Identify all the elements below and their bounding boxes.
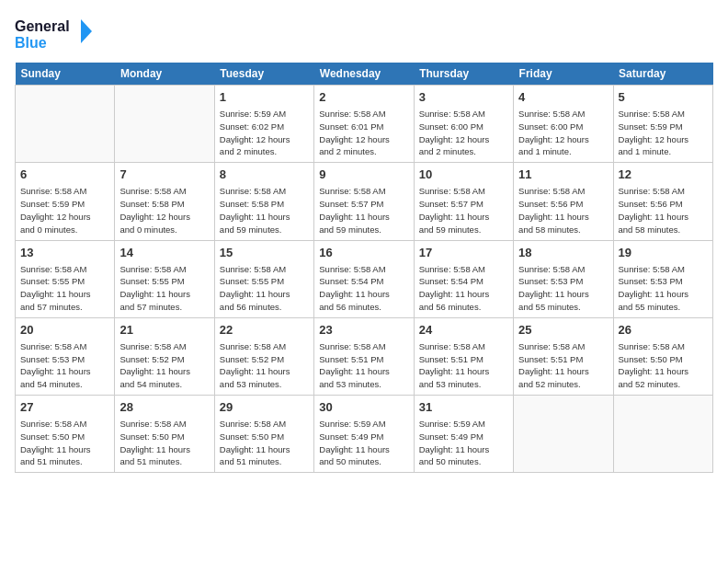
calendar-cell: 2Sunrise: 5:58 AM Sunset: 6:01 PM Daylig… [314,86,414,163]
weekday-header-monday: Monday [115,63,214,86]
calendar-cell: 19Sunrise: 5:58 AM Sunset: 5:53 PM Dayli… [613,240,712,317]
day-number: 31 [419,399,508,416]
calendar-cell: 22Sunrise: 5:58 AM Sunset: 5:52 PM Dayli… [214,317,313,395]
calendar-cell: 21Sunrise: 5:58 AM Sunset: 5:52 PM Dayli… [115,317,214,395]
weekday-header-thursday: Thursday [414,63,513,86]
day-info: Sunrise: 5:58 AM Sunset: 5:59 PM Dayligh… [20,185,109,236]
day-info: Sunrise: 5:58 AM Sunset: 5:51 PM Dayligh… [319,340,408,391]
calendar-cell: 28Sunrise: 5:58 AM Sunset: 5:50 PM Dayli… [115,396,214,473]
day-number: 26 [619,322,708,339]
day-info: Sunrise: 5:58 AM Sunset: 5:51 PM Dayligh… [518,340,608,391]
day-number: 20 [20,322,109,339]
calendar-week-row: 27Sunrise: 5:58 AM Sunset: 5:50 PM Dayli… [16,396,713,473]
logo: GeneralBlue [15,15,97,52]
weekday-header-friday: Friday [514,63,613,86]
day-number: 13 [20,245,109,261]
calendar-cell: 25Sunrise: 5:58 AM Sunset: 5:51 PM Dayli… [514,317,613,395]
day-number: 27 [20,399,109,416]
weekday-header-sunday: Sunday [16,63,115,86]
day-info: Sunrise: 5:58 AM Sunset: 5:52 PM Dayligh… [220,340,309,391]
weekday-header-saturday: Saturday [613,63,712,86]
weekday-header-row: SundayMondayTuesdayWednesdayThursdayFrid… [16,63,713,86]
calendar-cell: 13Sunrise: 5:58 AM Sunset: 5:55 PM Dayli… [16,240,115,317]
calendar-cell [613,396,712,473]
weekday-header-tuesday: Tuesday [214,63,313,86]
calendar-cell: 7Sunrise: 5:58 AM Sunset: 5:58 PM Daylig… [115,163,214,240]
day-info: Sunrise: 5:58 AM Sunset: 5:50 PM Dayligh… [619,340,708,391]
calendar-cell: 27Sunrise: 5:58 AM Sunset: 5:50 PM Dayli… [16,396,115,473]
day-info: Sunrise: 5:59 AM Sunset: 5:49 PM Dayligh… [419,418,508,468]
day-number: 5 [619,89,708,106]
day-info: Sunrise: 5:58 AM Sunset: 6:01 PM Dayligh… [319,108,408,158]
calendar-cell: 11Sunrise: 5:58 AM Sunset: 5:56 PM Dayli… [514,163,613,240]
day-number: 25 [518,322,608,339]
day-number: 30 [319,399,408,416]
day-number: 3 [419,89,508,106]
day-info: Sunrise: 5:58 AM Sunset: 5:56 PM Dayligh… [619,185,708,236]
day-info: Sunrise: 5:58 AM Sunset: 5:51 PM Dayligh… [419,340,508,391]
day-number: 16 [319,245,408,261]
day-info: Sunrise: 5:58 AM Sunset: 6:00 PM Dayligh… [419,108,508,158]
calendar-cell [16,86,115,163]
day-number: 21 [119,322,209,339]
calendar-cell: 16Sunrise: 5:58 AM Sunset: 5:54 PM Dayli… [314,240,414,317]
svg-marker-2 [81,19,92,43]
calendar-week-row: 1Sunrise: 5:59 AM Sunset: 6:02 PM Daylig… [16,86,713,163]
day-info: Sunrise: 5:58 AM Sunset: 5:56 PM Dayligh… [518,185,608,236]
day-number: 8 [220,167,309,183]
calendar-cell: 3Sunrise: 5:58 AM Sunset: 6:00 PM Daylig… [414,86,513,163]
day-number: 18 [518,245,608,261]
day-info: Sunrise: 5:58 AM Sunset: 5:53 PM Dayligh… [518,263,608,314]
day-info: Sunrise: 5:58 AM Sunset: 5:53 PM Dayligh… [20,340,109,391]
day-info: Sunrise: 5:58 AM Sunset: 5:53 PM Dayligh… [619,263,708,314]
day-number: 2 [319,89,408,106]
day-info: Sunrise: 5:58 AM Sunset: 5:54 PM Dayligh… [419,263,508,314]
calendar-cell: 1Sunrise: 5:59 AM Sunset: 6:02 PM Daylig… [214,86,313,163]
calendar-cell: 31Sunrise: 5:59 AM Sunset: 5:49 PM Dayli… [414,396,513,473]
calendar-week-row: 13Sunrise: 5:58 AM Sunset: 5:55 PM Dayli… [16,240,713,317]
day-info: Sunrise: 5:58 AM Sunset: 6:00 PM Dayligh… [518,108,608,158]
day-number: 11 [518,167,608,183]
day-number: 19 [619,245,708,261]
calendar-cell: 6Sunrise: 5:58 AM Sunset: 5:59 PM Daylig… [16,163,115,240]
calendar-cell [514,396,613,473]
calendar-week-row: 6Sunrise: 5:58 AM Sunset: 5:59 PM Daylig… [16,163,713,240]
weekday-header-wednesday: Wednesday [314,63,414,86]
day-info: Sunrise: 5:58 AM Sunset: 5:52 PM Dayligh… [119,340,209,391]
day-info: Sunrise: 5:58 AM Sunset: 5:50 PM Dayligh… [220,418,309,468]
day-number: 14 [119,245,209,261]
calendar-cell [115,86,214,163]
day-number: 6 [20,167,109,183]
day-number: 7 [119,167,209,183]
day-info: Sunrise: 5:58 AM Sunset: 5:55 PM Dayligh… [20,263,109,314]
day-info: Sunrise: 5:58 AM Sunset: 5:54 PM Dayligh… [319,263,408,314]
day-number: 9 [319,167,408,183]
day-number: 1 [220,89,309,106]
calendar-cell: 10Sunrise: 5:58 AM Sunset: 5:57 PM Dayli… [414,163,513,240]
logo-svg: GeneralBlue [15,15,97,52]
calendar-cell: 26Sunrise: 5:58 AM Sunset: 5:50 PM Dayli… [613,317,712,395]
day-number: 23 [319,322,408,339]
day-info: Sunrise: 5:59 AM Sunset: 5:49 PM Dayligh… [319,418,408,468]
day-number: 24 [419,322,508,339]
calendar-cell: 20Sunrise: 5:58 AM Sunset: 5:53 PM Dayli… [16,317,115,395]
day-number: 12 [619,167,708,183]
day-number: 29 [220,399,309,416]
calendar-cell: 4Sunrise: 5:58 AM Sunset: 6:00 PM Daylig… [514,86,613,163]
calendar-cell: 24Sunrise: 5:58 AM Sunset: 5:51 PM Dayli… [414,317,513,395]
day-info: Sunrise: 5:58 AM Sunset: 5:58 PM Dayligh… [220,185,309,236]
svg-text:Blue: Blue [15,35,47,51]
day-info: Sunrise: 5:58 AM Sunset: 5:57 PM Dayligh… [319,185,408,236]
calendar-cell: 5Sunrise: 5:58 AM Sunset: 5:59 PM Daylig… [613,86,712,163]
calendar-cell: 8Sunrise: 5:58 AM Sunset: 5:58 PM Daylig… [214,163,313,240]
day-info: Sunrise: 5:58 AM Sunset: 5:57 PM Dayligh… [419,185,508,236]
calendar-cell: 17Sunrise: 5:58 AM Sunset: 5:54 PM Dayli… [414,240,513,317]
day-info: Sunrise: 5:58 AM Sunset: 5:59 PM Dayligh… [619,108,708,158]
day-number: 4 [518,89,608,106]
calendar-cell: 12Sunrise: 5:58 AM Sunset: 5:56 PM Dayli… [613,163,712,240]
svg-text:General: General [15,18,70,34]
calendar-cell: 18Sunrise: 5:58 AM Sunset: 5:53 PM Dayli… [514,240,613,317]
calendar-week-row: 20Sunrise: 5:58 AM Sunset: 5:53 PM Dayli… [16,317,713,395]
calendar-table: SundayMondayTuesdayWednesdayThursdayFrid… [15,63,713,473]
calendar-cell: 15Sunrise: 5:58 AM Sunset: 5:55 PM Dayli… [214,240,313,317]
